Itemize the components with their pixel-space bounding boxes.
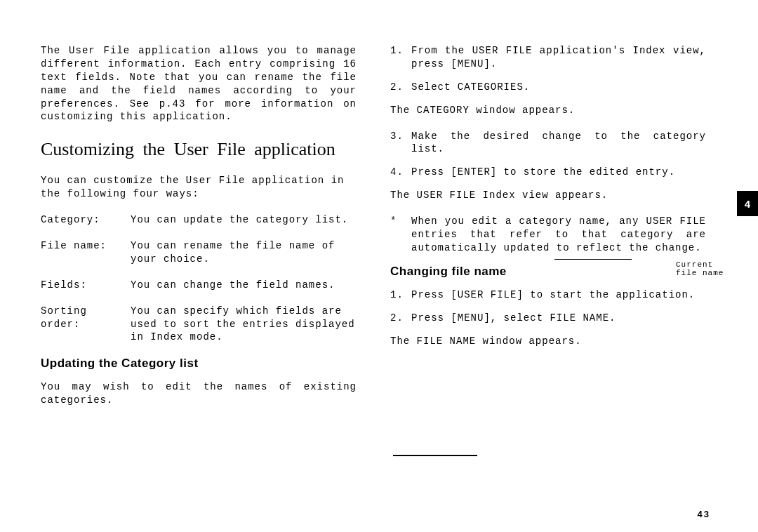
step-item: 4. Press [ENTER] to store the edited ent… [390,166,706,179]
note-text: When you edit a category name, any USER … [411,215,706,255]
definition-body: You can update the category list. [131,213,357,227]
definition-row: File name: You can rename the file name … [41,239,357,266]
note-marker: * [390,215,411,255]
step-item: 1. Press [USER FILE] to start the applic… [390,288,706,302]
result-text: The USER FILE Index view appears. [390,189,706,202]
page-number: 43 [698,509,710,519]
definition-label: Sorting order: [41,305,131,345]
step-number: 3. [390,130,411,157]
definition-body: You can specify which fields are used to… [131,305,357,345]
note-item: * When you edit a category name, any USE… [390,215,706,255]
step-number: 1. [390,288,411,302]
definition-label: Fields: [41,279,131,292]
definition-body: You can change the field names. [131,279,357,292]
definition-label: File name: [41,239,131,266]
right-column: 1. From the USER FILE application's Inde… [390,44,706,420]
two-column-layout: The User File application allows you to … [41,44,710,420]
lead-paragraph: You can customize the User File applicat… [41,174,357,201]
definition-row: Category: You can update the category li… [41,213,357,227]
left-column: The User File application allows you to … [41,44,357,420]
step-text: Select CATEGORIES. [411,81,706,94]
result-text: The CATEGORY window appears. [390,104,706,117]
step-text: From the USER FILE application's Index v… [411,44,706,71]
main-heading: Customizing the User File application [41,139,357,160]
step-text: Press [ENTER] to store the edited entry. [411,166,706,179]
step-number: 2. [390,81,411,94]
intro-paragraph: The User File application allows you to … [41,44,357,124]
sub-heading-updating-category: Updating the Category list [41,357,357,371]
step-text: Make the desired change to the category … [411,130,706,157]
sub-heading-changing-file-name: Changing file name [390,265,706,279]
step-text: Press [USER FILE] to start the applicati… [411,288,706,302]
step-number: 2. [390,312,411,325]
chapter-tab: 4 [737,191,758,216]
step-item: 3. Make the desired change to the catego… [390,130,706,157]
definition-label: Category: [41,213,131,227]
result-text: The FILE NAME window appears. [390,335,706,348]
step-item: 2. Press [MENU], select FILE NAME. [390,312,706,325]
annotation-label: Current file name [676,261,724,277]
underline-mark [393,455,477,456]
step-item: 1. From the USER FILE application's Inde… [390,44,706,71]
step-number: 4. [390,166,411,179]
step-item: 2. Select CATEGORIES. [390,81,706,94]
annotation-underline [554,259,632,260]
definition-body: You can rename the file name of your cho… [131,239,357,266]
step-text: Press [MENU], select FILE NAME. [411,312,706,325]
step-number: 1. [390,44,411,71]
definition-row: Sorting order: You can specify which fie… [41,305,357,345]
definition-row: Fields: You can change the field names. [41,279,357,292]
category-intro-paragraph: You may wish to edit the names of existi… [41,380,357,407]
